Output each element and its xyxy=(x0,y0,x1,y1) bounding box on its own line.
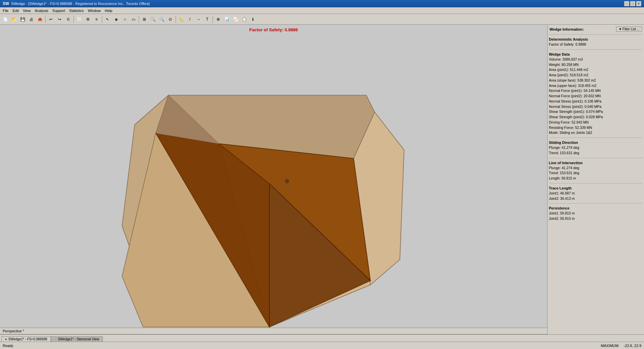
open-button[interactable]: 📂 xyxy=(10,15,18,23)
menu-file[interactable]: File xyxy=(1,8,11,13)
statusbar: Ready MAXIMUM -22.6, 22.9 xyxy=(0,342,644,349)
menu-help[interactable]: Help xyxy=(103,8,114,13)
trace-j1: Joint1: 46.687 m xyxy=(549,191,643,196)
wedge-area-j2: Area (joint2): 518.518 m2 xyxy=(549,73,643,78)
text-button[interactable]: T xyxy=(203,15,211,23)
panel-sep-3 xyxy=(549,138,643,138)
table-button[interactable]: ≡ xyxy=(92,15,100,23)
wedge-3d-view[interactable] xyxy=(0,25,547,334)
wedge-mode: Mode: Sliding on Joints 1&2 xyxy=(549,130,643,136)
info-button[interactable]: ℹ xyxy=(249,15,257,23)
menu-support[interactable]: Support xyxy=(50,8,67,13)
wedge-driving: Driving Force: 52.943 MN xyxy=(549,120,643,125)
wedge-area-slope: Area (slope face): 538.302 m2 xyxy=(549,78,643,83)
print-button[interactable]: 🖨 xyxy=(27,15,35,23)
titlebar-left: SW SWedge - [SWedge1* - FS=0.988588 - Re… xyxy=(3,1,150,6)
minimize-button[interactable]: ─ xyxy=(624,1,629,6)
wedge-info-title: Wedge Information: xyxy=(550,27,584,31)
stereonet-button[interactable]: ⊗ xyxy=(214,15,222,23)
select-button[interactable]: ↖ xyxy=(103,15,111,23)
panel-sep-2 xyxy=(549,49,643,50)
section-title-wedge-data: Wedge Data xyxy=(549,52,643,56)
filter-list-label: Filter List ... xyxy=(622,27,640,31)
plane-button[interactable]: ▭ xyxy=(129,15,137,23)
measure-button[interactable]: 📐 xyxy=(177,15,185,23)
3d-viewport[interactable]: Factor of Safety: 0.9886 xyxy=(0,25,548,334)
panel-sep-5 xyxy=(549,183,643,183)
wedge-info-header: Wedge Information: ▼ Filter List ... xyxy=(549,26,643,32)
undo-button[interactable]: ↩ xyxy=(47,15,55,23)
trace-j2: Joint2: 36.413 m xyxy=(549,196,643,201)
arrow-button[interactable]: → xyxy=(195,15,203,23)
zoom-reset-button[interactable]: ⊙ xyxy=(166,15,174,23)
loi-plunge: Plunge: 41.274 deg xyxy=(549,166,643,171)
circle-button[interactable]: ○ xyxy=(121,15,129,23)
app-logo: SW xyxy=(3,1,9,6)
status-coords: -22.6, 22.9 xyxy=(624,344,641,348)
redo-button[interactable]: ↪ xyxy=(56,15,64,23)
tab-swedge[interactable]: ● SWedge1* - FS=0.988588 xyxy=(1,336,51,342)
export-button[interactable]: 📤 xyxy=(36,15,44,23)
line-button[interactable]: / xyxy=(186,15,194,23)
wedge-ss-j1: Shear Strength (joint1): 0.074 MPa xyxy=(549,109,643,115)
render-button[interactable]: ◈ xyxy=(112,15,120,23)
tab-stereonet[interactable]: ○ SWedge1* - Stereonet View xyxy=(51,336,103,342)
section-title-trace: Trace Length xyxy=(549,186,643,190)
status-maximum: MAXIMUM xyxy=(601,344,618,348)
section-title-sliding: Sliding Direction xyxy=(549,141,643,145)
maximize-button[interactable]: □ xyxy=(630,1,635,6)
toolbar-sep-5 xyxy=(176,16,176,23)
close-button[interactable]: ✕ xyxy=(636,1,641,6)
det-fs-row: Factor of Safety: 0.9886 xyxy=(549,42,643,47)
filter-icon: ▼ xyxy=(618,27,622,31)
menu-view[interactable]: View xyxy=(21,8,33,13)
wedge-ns-j2: Normal Stress (joint2): 0.040 MPa xyxy=(549,104,643,110)
main-content: Factor of Safety: 0.9886 xyxy=(0,25,644,334)
graph-button[interactable]: 📈 xyxy=(232,15,240,23)
save-button[interactable]: 💾 xyxy=(19,15,27,23)
titlebar-controls: ─ □ ✕ xyxy=(624,1,641,6)
wedge-ss-j2: Shear Strength (joint2): 0.028 MPa xyxy=(549,115,643,120)
section-title-deterministic: Deterministic Analysis xyxy=(549,37,643,41)
copy-button[interactable]: ⎘ xyxy=(64,15,72,23)
menu-analysis[interactable]: Analysis xyxy=(33,8,50,13)
titlebar: SW SWedge - [SWedge1* - FS=0.988588 - Re… xyxy=(0,0,644,7)
chart-button[interactable]: 📊 xyxy=(223,15,231,23)
wedge-volume: Volume: 3086.837 m3 xyxy=(549,57,643,62)
toolbar-sep-6 xyxy=(213,16,213,23)
toolbar-sep-3 xyxy=(102,16,102,23)
titlebar-title: SWedge - [SWedge1* - FS=0.988588 - Regis… xyxy=(11,2,150,6)
fit-button[interactable]: ⊞ xyxy=(140,15,148,23)
section-title-persistence: Persistence xyxy=(549,206,643,210)
menu-edit[interactable]: Edit xyxy=(11,8,21,13)
bolt-button[interactable]: ⚙ xyxy=(84,15,92,23)
tab-bar: ● SWedge1* - FS=0.988588 ○ SWedge1* - St… xyxy=(0,334,644,342)
report-button[interactable]: 📋 xyxy=(240,15,248,23)
wedge-resisting: Resisting Force: 52.339 MN xyxy=(549,125,643,131)
menu-statistics[interactable]: Statistics xyxy=(67,8,86,13)
wedge-ns-j1: Normal Stress (joint1): 0.106 MPa xyxy=(549,99,643,104)
panel-sep-6 xyxy=(549,203,643,203)
tab-stereonet-icon: ○ xyxy=(55,337,57,341)
loi-length: Length: 56.815 m xyxy=(549,176,643,181)
zoom-in-button[interactable]: 🔍 xyxy=(149,15,157,23)
sliding-plunge: Plunge: 41.274 deg xyxy=(549,145,643,151)
persist-j1: Joint1: 56.815 m xyxy=(549,211,643,216)
filter-list-button[interactable]: ▼ Filter List ... xyxy=(616,27,642,32)
perspective-label: Perspective * xyxy=(0,328,547,334)
toolbar: 📄 📂 💾 🖨 📤 ↩ ↪ ⎘ ⬜ ⚙ ≡ ↖ ◈ ○ ▭ ⊞ 🔍 🔍 ⊙ 📐 … xyxy=(0,14,644,25)
wedge-area-j1: Area (joint1): 511.448 m2 xyxy=(549,67,643,73)
toolbar-sep-1 xyxy=(45,16,46,23)
toolbar-sep-2 xyxy=(74,16,74,23)
menu-window[interactable]: Window xyxy=(86,8,103,13)
loi-trend: Trend: 153.631 deg xyxy=(549,171,643,176)
wedge-input-button[interactable]: ⬜ xyxy=(75,15,83,23)
new-button[interactable]: 📄 xyxy=(1,15,9,23)
panel-separator xyxy=(549,34,643,35)
tab-swedge-label: SWedge1* - FS=0.988588 xyxy=(8,337,47,341)
zoom-out-button[interactable]: 🔍 xyxy=(158,15,166,23)
menubar: File Edit View Analysis Support Statisti… xyxy=(0,7,644,14)
sliding-trend: Trend: 153.631 deg xyxy=(549,151,643,156)
statusbar-left: Ready xyxy=(3,344,13,348)
perspective-text: Perspective * xyxy=(3,329,24,333)
